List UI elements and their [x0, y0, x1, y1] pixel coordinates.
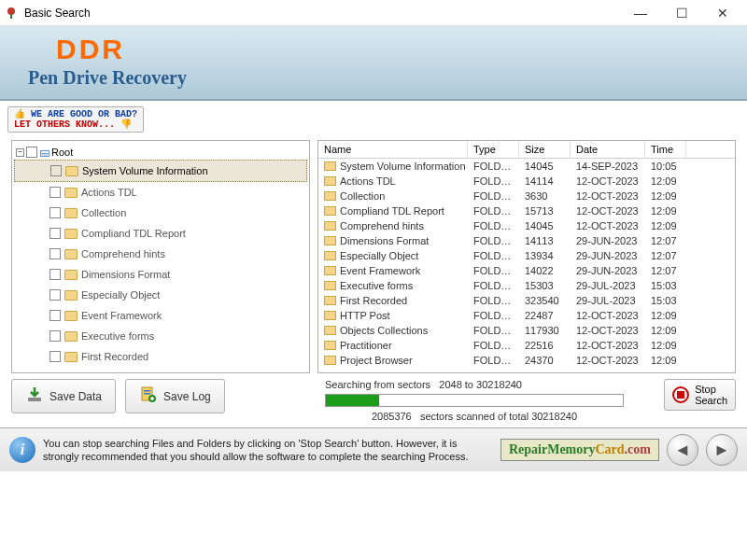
cell-type: FOLDER — [468, 294, 519, 307]
tree-root-node[interactable]: − 🖴 Root — [14, 145, 307, 160]
tree-item[interactable]: Comprehend hints — [14, 244, 307, 264]
tree-item[interactable]: Executive forms — [14, 326, 307, 346]
tree-item[interactable]: Compliand TDL Report — [14, 223, 307, 244]
col-time[interactable]: Time — [645, 141, 686, 158]
save-log-button[interactable]: Save Log — [125, 379, 225, 413]
tree-checkbox[interactable] — [49, 269, 61, 280]
cell-type: FOLDER — [468, 264, 519, 277]
progress-bar — [325, 394, 624, 407]
cell-name: First Recorded — [340, 295, 407, 306]
cell-time: 12:07 — [645, 249, 686, 262]
table-row[interactable]: Especially ObjectFOLDER1393429-JUN-20231… — [318, 248, 735, 263]
thumbs-down-icon: 👎 — [120, 119, 132, 130]
stop-icon — [672, 386, 689, 403]
next-button[interactable]: ► — [706, 434, 738, 466]
table-row[interactable]: System Volume InformationFOLDER1404514-S… — [318, 159, 735, 174]
save-data-label: Save Data — [49, 390, 102, 403]
tree-item[interactable]: Actions TDL — [14, 182, 307, 203]
tree-item[interactable]: First Recorded — [14, 346, 307, 367]
footer-brand[interactable]: RepairMemoryCard.com — [500, 439, 659, 461]
tree-checkbox[interactable] — [49, 187, 61, 198]
folder-icon — [64, 290, 78, 301]
cell-size: 14045 — [519, 160, 571, 173]
folder-icon — [65, 166, 78, 176]
root-checkbox[interactable] — [26, 147, 37, 158]
cell-name: Comprehend hints — [340, 220, 424, 231]
cell-size: 24370 — [519, 354, 571, 367]
cell-type: FOLDER — [468, 249, 519, 262]
tree-checkbox[interactable] — [49, 207, 61, 218]
tree-checkbox[interactable] — [49, 351, 61, 362]
app-icon — [4, 6, 19, 21]
folder-icon — [324, 296, 336, 305]
tree-checkbox[interactable] — [49, 248, 61, 259]
cell-type: FOLDER — [468, 279, 519, 292]
tree-checkbox[interactable] — [50, 165, 62, 176]
cell-time: 12:09 — [645, 309, 686, 322]
tree-item[interactable]: Dimensions Format — [14, 264, 307, 285]
tree-item[interactable]: System Volume Information — [14, 160, 307, 182]
tree-item-label: Executive forms — [81, 330, 154, 342]
folder-icon — [324, 176, 336, 186]
prev-button[interactable]: ◄ — [667, 434, 698, 466]
cell-time: 12:09 — [645, 189, 686, 203]
tree-item[interactable]: Collection — [14, 203, 307, 223]
tree-checkbox[interactable] — [49, 310, 61, 321]
save-data-icon — [25, 385, 44, 407]
table-row[interactable]: Executive formsFOLDER1530329-JUL-202315:… — [318, 278, 735, 293]
cell-date: 12-OCT-2023 — [571, 175, 645, 188]
folder-icon — [64, 249, 78, 259]
save-data-button[interactable]: Save Data — [11, 379, 116, 413]
close-button[interactable]: ✕ — [702, 0, 743, 26]
table-row[interactable]: Compliand TDL ReportFOLDER1571312-OCT-20… — [318, 203, 735, 218]
collapse-icon[interactable]: − — [16, 148, 24, 157]
table-row[interactable]: Dimensions FormatFOLDER1411329-JUN-20231… — [318, 233, 735, 248]
maximize-button[interactable]: ☐ — [661, 0, 702, 26]
tree-item-label: Compliand TDL Report — [81, 228, 186, 239]
tree-checkbox[interactable] — [49, 330, 61, 342]
feedback-button[interactable]: 👍 WE ARE GOOD OR BAD? LET OTHERS KNOW...… — [7, 106, 144, 133]
tree-checkbox[interactable] — [49, 289, 61, 301]
table-row[interactable]: Comprehend hintsFOLDER1404512-OCT-202312… — [318, 218, 735, 233]
col-type[interactable]: Type — [468, 141, 519, 158]
tree-item[interactable]: Especially Object — [14, 285, 307, 305]
table-row[interactable]: Project BrowserFOLDER2437012-OCT-202312:… — [318, 353, 735, 368]
col-date[interactable]: Date — [571, 141, 645, 158]
stop-search-button[interactable]: Stop Search — [664, 379, 736, 411]
cell-size: 117930 — [519, 324, 571, 337]
table-row[interactable]: CollectionFOLDER363012-OCT-202312:09 — [318, 189, 735, 203]
list-body[interactable]: System Volume InformationFOLDER1404514-S… — [318, 159, 735, 372]
col-name[interactable]: Name — [318, 141, 468, 158]
tree-checkbox[interactable] — [49, 228, 61, 239]
folder-icon — [324, 266, 336, 275]
svg-rect-2 — [28, 398, 41, 401]
table-row[interactable]: Actions TDLFOLDER1411412-OCT-202312:09 — [318, 174, 735, 189]
tree-item-label: System Volume Information — [82, 165, 208, 176]
col-size[interactable]: Size — [519, 141, 571, 158]
minimize-button[interactable]: — — [620, 0, 661, 26]
tree-item[interactable]: Event Framework — [14, 305, 307, 326]
tree-item-label: Comprehend hints — [81, 248, 165, 259]
table-row[interactable]: HTTP PostFOLDER2248712-OCT-202312:09 — [318, 308, 735, 323]
tree-item-label: Event Framework — [81, 310, 162, 321]
folder-icon — [324, 326, 336, 335]
folder-tree[interactable]: − 🖴 Root System Volume InformationAction… — [11, 140, 310, 373]
folder-icon — [64, 270, 78, 280]
cell-date: 12-OCT-2023 — [571, 354, 645, 367]
table-row[interactable]: PractitionerFOLDER2251612-OCT-202312:09 — [318, 338, 735, 353]
cell-date: 29-JUL-2023 — [571, 294, 645, 307]
cell-name: Actions TDL — [340, 175, 396, 187]
folder-icon — [64, 311, 78, 321]
footer-bar: i You can stop searching Files and Folde… — [0, 427, 747, 471]
list-header: Name Type Size Date Time — [318, 141, 735, 159]
table-row[interactable]: First RecordedFOLDER32354029-JUL-202315:… — [318, 293, 735, 308]
folder-icon — [64, 331, 78, 342]
cell-time: 12:09 — [645, 175, 686, 188]
folder-icon — [64, 352, 78, 362]
cell-date: 12-OCT-2023 — [571, 309, 645, 322]
cell-date: 29-JUN-2023 — [571, 249, 645, 262]
table-row[interactable]: Event FrameworkFOLDER1402229-JUN-202312:… — [318, 263, 735, 278]
cell-time: 12:09 — [645, 354, 686, 367]
table-row[interactable]: Objects CollectionsFOLDER11793012-OCT-20… — [318, 323, 735, 338]
cell-type: FOLDER — [468, 175, 519, 188]
